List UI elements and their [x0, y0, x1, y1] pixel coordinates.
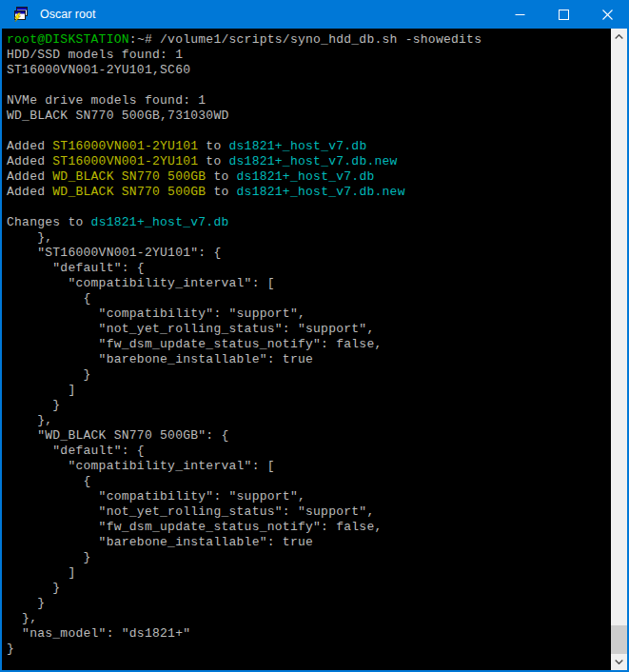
terminal-line: "not_yet_rolling_status": "support", [7, 504, 611, 520]
close-icon [602, 10, 613, 20]
terminal-line: "barebone_installable": true [7, 535, 611, 550]
terminal-line [7, 124, 611, 139]
terminal-line: ] [7, 383, 611, 398]
terminal-line: { [7, 291, 611, 306]
terminal-line: "compatibility_interval": [ [7, 276, 611, 291]
titlebar[interactable]: Oscar root [0, 0, 629, 29]
terminal-line: ] [7, 565, 611, 581]
terminal-line: "not_yet_rolling_status": "support", [7, 322, 611, 337]
scroll-down-button[interactable] [611, 654, 627, 670]
terminal-line: Added ST16000VN001-2YU101 to ds1821+_hos… [7, 154, 611, 169]
terminal-line [7, 200, 611, 215]
terminal-line: }, [7, 230, 611, 246]
terminal-line: ST16000VN001-2YU101,SC60 [7, 63, 611, 78]
terminal-line: }, [7, 611, 611, 626]
terminal-line: "fw_dsm_update_status_notify": false, [7, 520, 611, 535]
terminal-line: "WD_BLACK SN770 500GB": { [7, 428, 611, 444]
maximize-button[interactable] [541, 0, 585, 29]
terminal-line: Added ST16000VN001-2YU101 to ds1821+_hos… [7, 139, 611, 154]
terminal-line: } [7, 581, 611, 596]
terminal-line: "compatibility_interval": [ [7, 459, 611, 474]
terminal-line: } [7, 642, 611, 657]
terminal-line: } [7, 550, 611, 565]
chevron-down-icon [615, 660, 623, 664]
terminal-line: HDD/SSD models found: 1 [7, 48, 611, 63]
scrollbar[interactable] [611, 29, 627, 670]
close-button[interactable] [585, 0, 629, 29]
client-area: root@DISKSTATION:~# /volume1/scripts/syn… [0, 29, 629, 672]
terminal-line: Added WD_BLACK SN770 500GB to ds1821+_ho… [7, 185, 611, 200]
chevron-up-icon [615, 34, 623, 39]
terminal-line: "default": { [7, 444, 611, 459]
terminal-line: WD_BLACK SN770 500GB,731030WD [7, 109, 611, 124]
caption-buttons [498, 0, 629, 29]
terminal-line: "ST16000VN001-2YU101": { [7, 246, 611, 261]
terminal-line: "nas_model": "ds1821+" [7, 626, 611, 642]
terminal-line: "fw_dsm_update_status_notify": false, [7, 337, 611, 352]
terminal-line: Added WD_BLACK SN770 500GB to ds1821+_ho… [7, 169, 611, 185]
putty-window: Oscar root root@DISKSTATION:~# /volume1 [0, 0, 629, 672]
terminal-line: "default": { [7, 261, 611, 276]
terminal-line: } [7, 367, 611, 383]
maximize-icon [559, 10, 569, 20]
terminal-screen[interactable]: root@DISKSTATION:~# /volume1/scripts/syn… [2, 29, 611, 670]
window-title: Oscar root [40, 0, 498, 29]
terminal-line: NVMe drive models found: 1 [7, 93, 611, 109]
terminal-line: Changes to ds1821+_host_v7.db [7, 215, 611, 230]
terminal-line: } [7, 398, 611, 413]
terminal-line [7, 78, 611, 93]
terminal-line: "barebone_installable": true [7, 352, 611, 367]
terminal-line: }, [7, 413, 611, 428]
putty-terminals-icon [12, 7, 28, 22]
terminal-line: } [7, 596, 611, 611]
terminal-line: "compatibility": "support", [7, 489, 611, 504]
scroll-up-button[interactable] [611, 29, 627, 45]
minimize-icon [515, 10, 525, 20]
terminal-line: { [7, 474, 611, 489]
minimize-button[interactable] [498, 0, 541, 29]
scrollbar-thumb[interactable] [611, 625, 627, 654]
terminal-line: "compatibility": "support", [7, 306, 611, 322]
putty-app-icon[interactable] [12, 7, 28, 22]
terminal-line: root@DISKSTATION:~# /volume1/scripts/syn… [7, 32, 611, 48]
